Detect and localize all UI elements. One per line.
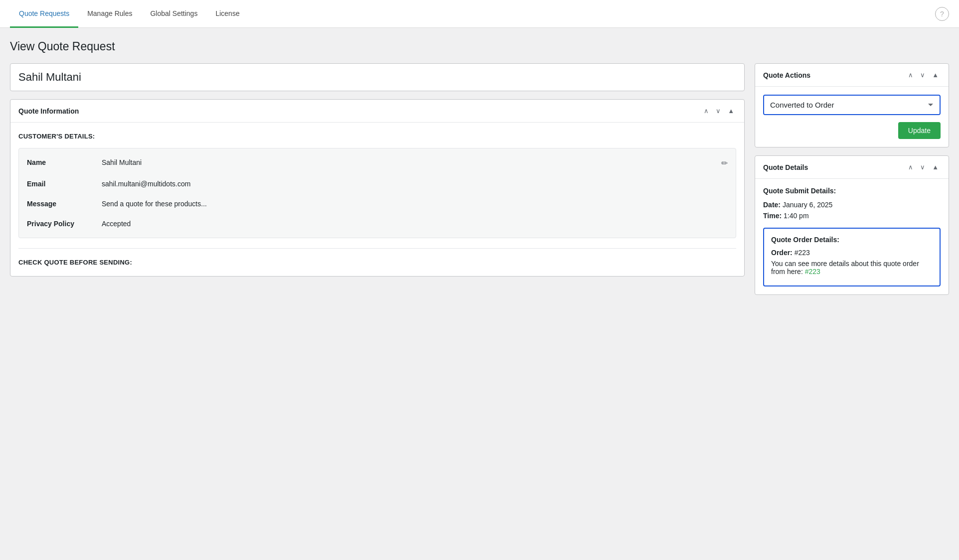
privacy-label: Privacy Policy [27,220,92,228]
panel-up-icon[interactable]: ∧ [702,107,711,115]
quote-details-collapse-icon[interactable]: ▲ [930,163,941,171]
panel-down-icon[interactable]: ∨ [714,107,723,115]
submit-section-title: Quote Submit Details: [763,187,941,195]
section-divider [18,248,736,249]
quote-details-panel: Quote Details ∧ ∨ ▲ Quote Submit Details… [755,155,949,295]
edit-name-icon[interactable]: ✏ [721,158,728,168]
customer-name-box: Sahil Multani [10,63,745,91]
time-value-text: 1:40 pm [784,212,809,220]
panel-controls: ∧ ∨ ▲ [702,107,736,115]
order-section-title: Quote Order Details: [771,236,933,244]
name-label: Name [27,158,92,166]
info-row-privacy: Privacy Policy Accepted [19,214,736,234]
quote-details-up-icon[interactable]: ∧ [906,163,915,171]
top-navigation: Quote Requests Manage Rules Global Setti… [0,0,959,28]
quote-details-down-icon[interactable]: ∨ [918,163,927,171]
nav-tabs: Quote Requests Manage Rules Global Setti… [10,0,249,27]
order-details-box: Quote Order Details: Order: #223 You can… [763,228,941,286]
quote-details-header: Quote Details ∧ ∨ ▲ [755,156,949,179]
message-label: Message [27,200,92,208]
info-row-message: Message Send a quote for these products.… [19,194,736,214]
time-label: Time: [763,212,782,220]
right-column: Quote Actions ∧ ∨ ▲ New Pending Converte… [755,63,949,295]
quote-details-title: Quote Details [763,163,808,171]
quote-information-title: Quote Information [18,107,79,115]
quote-actions-collapse-icon[interactable]: ▲ [930,71,941,79]
update-button[interactable]: Update [898,122,941,139]
page-title: View Quote Request [10,40,949,53]
date-label: Date: [763,201,781,209]
quote-information-panel: Quote Information ∧ ∨ ▲ CUSTOMER'S DETAI… [10,99,745,277]
status-dropdown[interactable]: New Pending Converted to Order Rejected [764,96,940,114]
main-layout: Sahil Multani Quote Information ∧ ∨ ▲ CU… [10,63,949,295]
order-description-text: You can see more details about this quot… [771,260,919,276]
quote-information-body: CUSTOMER'S DETAILS: Name Sahil Multani ✏ [10,123,744,276]
time-line: Time: 1:40 pm [763,212,941,220]
status-dropdown-wrapper: New Pending Converted to Order Rejected [763,95,941,115]
quote-actions-body: New Pending Converted to Order Rejected … [755,87,949,147]
order-label: Order: [771,249,793,257]
info-row-email: Email sahil.multani@multidots.com [19,174,736,194]
date-value-text: January 6, 2025 [783,201,832,209]
customers-details-label: CUSTOMER'S DETAILS: [18,133,736,140]
name-row-actions: ✏ [721,158,728,168]
order-description-line: You can see more details about this quot… [771,260,933,276]
update-btn-wrapper: Update [763,122,941,139]
quote-details-controls: ∧ ∨ ▲ [906,163,941,171]
tab-manage-rules[interactable]: Manage Rules [78,0,141,28]
check-section-label: CHECK QUOTE BEFORE SENDING: [18,259,736,266]
quote-actions-up-icon[interactable]: ∧ [906,71,915,79]
name-value: Sahil Multani [102,158,711,166]
date-line: Date: January 6, 2025 [763,201,941,209]
left-column: Sahil Multani Quote Information ∧ ∨ ▲ CU… [10,63,745,284]
tab-quote-requests[interactable]: Quote Requests [10,0,78,28]
order-line: Order: #223 [771,249,933,257]
order-link[interactable]: #223 [805,268,820,276]
panel-collapse-icon[interactable]: ▲ [726,107,736,115]
order-value-text: #223 [795,249,810,257]
info-row-name: Name Sahil Multani ✏ [19,152,736,174]
tab-global-settings[interactable]: Global Settings [141,0,206,28]
quote-actions-down-icon[interactable]: ∨ [918,71,927,79]
customer-info-table: Name Sahil Multani ✏ Email sahil.multani… [18,148,736,238]
privacy-value: Accepted [102,220,728,228]
quote-actions-title: Quote Actions [763,71,810,79]
help-icon[interactable]: ? [935,7,949,21]
page-content: View Quote Request Sahil Multani Quote I… [0,28,959,307]
quote-actions-controls: ∧ ∨ ▲ [906,71,941,79]
quote-details-body: Quote Submit Details: Date: January 6, 2… [755,179,949,294]
message-value: Send a quote for these products... [102,200,728,208]
tab-license[interactable]: License [206,0,248,28]
quote-actions-header: Quote Actions ∧ ∨ ▲ [755,64,949,87]
quote-actions-panel: Quote Actions ∧ ∨ ▲ New Pending Converte… [755,63,949,147]
email-label: Email [27,180,92,188]
quote-information-header: Quote Information ∧ ∨ ▲ [10,100,744,123]
email-value: sahil.multani@multidots.com [102,180,728,188]
